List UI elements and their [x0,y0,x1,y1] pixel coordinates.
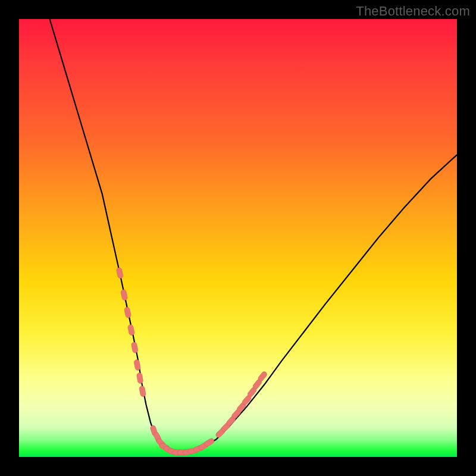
plot-area [19,19,457,457]
curve-svg [19,19,457,457]
watermark-label: TheBottleneck.com [356,4,470,19]
curve-marker [116,267,124,279]
curve-marker [120,289,128,300]
curve-marker [127,324,135,336]
curve-marker [134,359,141,371]
curve-marker [139,386,146,397]
curve-marker [131,342,138,353]
marker-layer [116,267,268,456]
chart-frame: TheBottleneck.com [0,0,476,476]
curve-marker [124,306,131,318]
curve-marker [136,372,143,384]
